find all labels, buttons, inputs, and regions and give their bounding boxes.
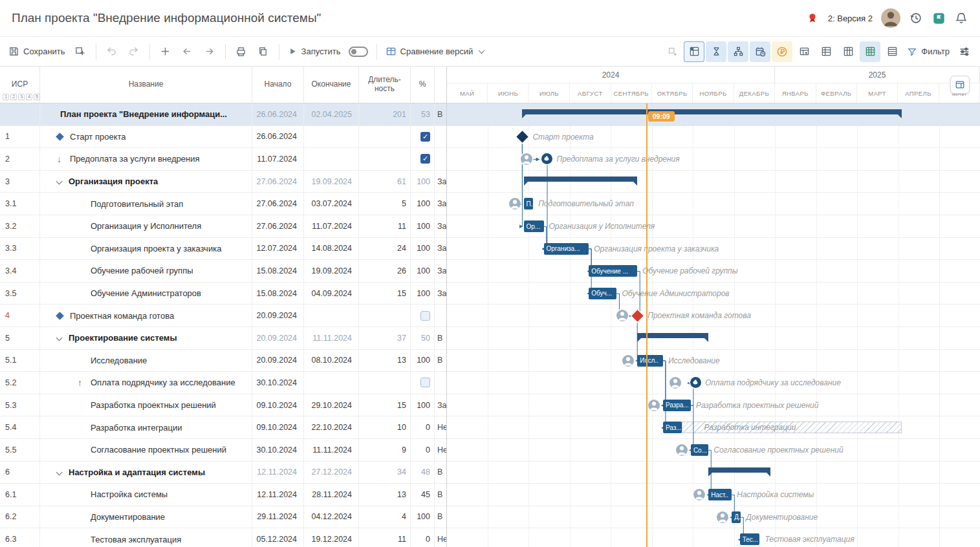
task-bar[interactable]: Иссл.. — [637, 355, 663, 367]
task-name-cell[interactable]: Документирование — [40, 506, 252, 528]
task-bar[interactable]: Организа... — [544, 243, 589, 255]
table-row[interactable]: 3.2Организация у Исполнителя27.06.202411… — [0, 215, 446, 238]
duration-column-header[interactable]: Длитель-ность — [359, 67, 411, 103]
start-column-header[interactable]: Начало — [252, 67, 304, 103]
wbs-level-button[interactable]: 3 — [18, 94, 25, 100]
table-row[interactable]: 6Настройка и адаптация системы12.11.2024… — [0, 462, 446, 484]
run-button[interactable]: Запустить — [285, 41, 344, 62]
user-avatar[interactable] — [881, 8, 900, 28]
table-view-3-icon[interactable] — [882, 41, 902, 62]
month-label[interactable]: МАЙ — [447, 83, 488, 103]
collapse-chevron-icon[interactable] — [56, 335, 63, 341]
wbs-level-buttons[interactable]: 12345 — [3, 94, 40, 100]
task-name-cell[interactable]: План проекта "Внедрение информаци... — [40, 103, 252, 125]
summary-bar[interactable] — [522, 109, 901, 114]
task-name-cell[interactable]: Тестовая эксплуатация — [40, 528, 252, 547]
table-row[interactable]: 3.4Обучение рабочей группы15.08.202419.0… — [0, 260, 446, 283]
month-label[interactable]: ИЮНЬ — [488, 83, 528, 103]
task-bar[interactable]: Обучение ... — [589, 265, 637, 277]
notifications-bell-icon[interactable] — [954, 11, 968, 25]
history-icon[interactable] — [909, 11, 923, 25]
task-name-cell[interactable]: Обучение рабочей группы — [40, 260, 252, 282]
task-bar[interactable]: Д... — [732, 511, 741, 523]
selected-table-icon[interactable] — [684, 41, 704, 62]
table-row[interactable]: 3.1Подготовительный этап27.06.202403.07.… — [0, 193, 446, 215]
project-flag-icon[interactable] — [931, 11, 946, 25]
month-label[interactable]: ФЕВРАЛЬ — [816, 83, 857, 103]
month-label[interactable]: НОЯБРЬ — [693, 83, 734, 103]
wbs-level-button[interactable]: 1 — [3, 94, 9, 100]
table-row[interactable]: 6.1Настройка системы12.11.202428.11.2024… — [0, 484, 446, 506]
table-row[interactable]: 5.4Разработка интеграции09.10.202422.10.… — [0, 416, 446, 439]
copy-plus-icon[interactable] — [70, 41, 91, 62]
gantt-chart[interactable]: 20242025 МАЙИЮНЬИЮЛЬАВГУСТСЕНТЯБРЬОКТЯБР… — [446, 67, 980, 547]
save-button[interactable]: Сохранить — [5, 41, 69, 62]
assignee-avatar[interactable] — [670, 377, 681, 389]
task-name-cell[interactable]: Проектирование системы — [40, 327, 252, 349]
collapse-chevron-icon[interactable] — [56, 469, 63, 475]
filter-button[interactable]: Фильтр — [904, 41, 953, 62]
wbs-level-button[interactable]: 5 — [34, 94, 40, 100]
task-name-cell[interactable]: Организация проекта — [40, 171, 252, 193]
month-label[interactable]: АВГУСТ — [570, 83, 611, 103]
task-name-cell[interactable]: Настройка и адаптация системы — [40, 462, 252, 484]
task-name-cell[interactable]: Старт проекта — [40, 126, 252, 148]
version-label[interactable]: 2: Версия 2 — [828, 14, 873, 23]
calendar-clock-icon[interactable] — [750, 41, 770, 62]
task-name-cell[interactable]: Разработка интеграции — [40, 416, 252, 438]
redo-icon[interactable] — [124, 41, 144, 62]
table-row[interactable]: 3Организация проекта27.06.202419.09.2024… — [0, 171, 446, 193]
task-bar[interactable]: Тес... — [740, 533, 760, 545]
hourglass-icon[interactable] — [706, 41, 726, 62]
auto-run-toggle[interactable] — [345, 41, 371, 62]
finish-column-header[interactable]: Окончание — [304, 67, 359, 103]
table-row[interactable]: 5.2↑Оплата подрядчику за исследование30.… — [0, 372, 446, 394]
add-task-icon[interactable] — [155, 41, 176, 62]
assignee-avatar[interactable] — [717, 511, 728, 523]
assignee-avatar[interactable] — [676, 444, 688, 456]
task-name-cell[interactable]: Согласование проектных решений — [40, 439, 252, 461]
month-label[interactable]: ИЮЛЬ — [529, 83, 570, 103]
table-row[interactable]: 5.1Исследование20.09.202408.10.202413100… — [0, 350, 446, 372]
task-name-cell[interactable]: Настройка системы — [40, 484, 252, 506]
collapse-chevron-icon[interactable] — [56, 178, 63, 185]
table-row[interactable]: 6.3Тестовая эксплуатация05.12.202419.12.… — [0, 528, 446, 547]
undo-icon[interactable] — [102, 41, 122, 62]
assignee-avatar[interactable] — [509, 198, 521, 209]
table-row[interactable]: План проекта "Внедрение информаци...26.0… — [0, 103, 446, 126]
table-export-icon[interactable] — [794, 41, 814, 62]
percent-column-header[interactable]: % — [411, 67, 435, 103]
payment-icon[interactable] — [690, 377, 701, 388]
table-row[interactable]: 4Проектная команда готова20.09.2024 — [0, 305, 446, 327]
task-name-cell[interactable]: Подготовительный этап — [40, 193, 252, 215]
task-bar[interactable]: Наст.. — [708, 489, 732, 500]
task-bar[interactable]: Раз... — [663, 422, 682, 433]
table-row[interactable]: 5.3Разработка проектных решений09.10.202… — [0, 394, 446, 417]
month-label[interactable]: ДЕКАБРЬ — [734, 83, 775, 103]
assignee-avatar[interactable] — [622, 355, 634, 367]
outdent-arrow-icon[interactable] — [177, 41, 198, 62]
summary-bar[interactable] — [637, 333, 708, 338]
task-name-cell[interactable]: ↓Предоплата за услуги внедрения — [40, 148, 252, 170]
task-name-cell[interactable]: Проектная команда готова — [40, 305, 252, 327]
table-row[interactable]: 5Проектирование системы20.09.202411.11.2… — [0, 327, 446, 350]
task-name-cell[interactable]: Организация у Исполнителя — [40, 215, 252, 237]
view-settings-sliders-icon[interactable] — [954, 41, 975, 62]
indent-arrow-icon[interactable] — [199, 41, 220, 62]
task-bar[interactable]: Ор... — [524, 220, 544, 232]
table-row[interactable]: 5.5Согласование проектных решений30.10.2… — [0, 439, 446, 462]
name-column-header[interactable]: Название — [40, 67, 252, 103]
task-name-cell[interactable]: Обучение Администраторов — [40, 283, 252, 305]
table-row[interactable]: 1Старт проекта26.06.2024✓ — [0, 126, 446, 149]
table-row[interactable]: 6.2Документирование29.11.202404.12.20244… — [0, 506, 446, 529]
month-label[interactable]: МАРТ — [857, 83, 898, 103]
task-name-cell[interactable]: Исследование — [40, 350, 252, 372]
table-row[interactable]: 2↓Предоплата за услуги внедрения11.07.20… — [0, 148, 446, 171]
summary-bar[interactable] — [708, 467, 770, 473]
month-label[interactable]: ЯНВАРЬ — [775, 83, 816, 103]
wbs-level-button[interactable]: 4 — [26, 94, 32, 100]
duplicate-icon[interactable] — [253, 41, 274, 62]
wbs-column-header[interactable]: ИСР 12345 — [0, 67, 40, 103]
assignee-avatar[interactable] — [648, 400, 660, 411]
ruble-cost-icon[interactable] — [772, 41, 792, 62]
